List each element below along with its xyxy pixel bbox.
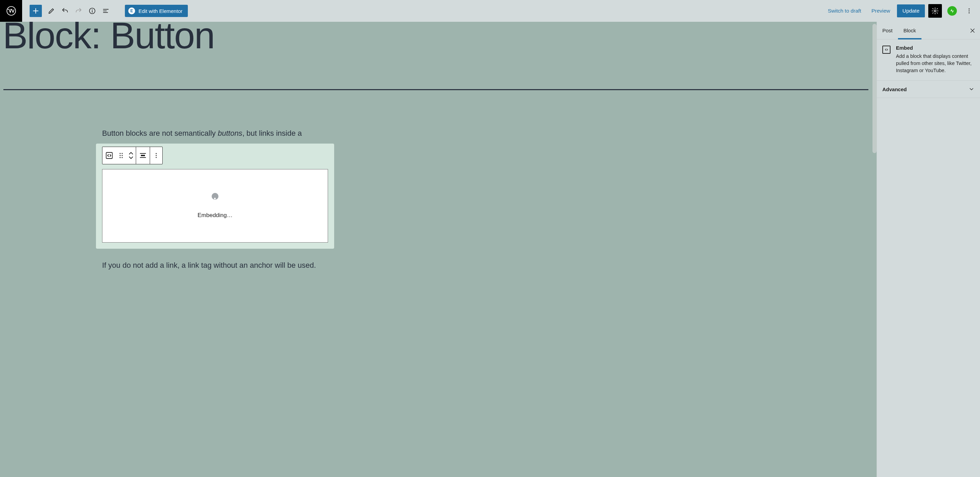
embed-placeholder: Embedding… [102, 169, 328, 243]
align-button[interactable] [136, 147, 150, 164]
edit-mode-button[interactable] [45, 4, 58, 18]
move-up-button[interactable] [128, 151, 134, 156]
advanced-panel-toggle[interactable]: Advanced [877, 81, 980, 98]
tab-block[interactable]: Block [898, 22, 921, 39]
svg-point-6 [969, 12, 970, 13]
chevron-up-icon [128, 151, 134, 156]
drag-handle[interactable] [116, 147, 126, 164]
align-icon [139, 151, 147, 159]
move-down-button[interactable] [128, 156, 134, 159]
undo-button[interactable] [58, 4, 72, 18]
svg-point-5 [969, 11, 970, 11]
svg-point-3 [934, 10, 936, 12]
top-toolbar: E Edit with Elementor Switch to draft Pr… [0, 0, 980, 22]
block-more-button[interactable] [150, 147, 162, 164]
svg-rect-7 [106, 153, 112, 159]
settings-button[interactable] [928, 4, 942, 18]
scrollbar[interactable] [872, 24, 877, 153]
svg-point-8 [119, 153, 121, 154]
svg-rect-14 [141, 155, 145, 156]
undo-icon [61, 7, 69, 14]
details-button[interactable] [86, 4, 99, 18]
paragraph-1[interactable]: Button blocks are not semantically butto… [102, 127, 340, 139]
more-options-button[interactable] [962, 4, 976, 18]
outline-button[interactable] [99, 4, 113, 18]
svg-point-13 [121, 157, 123, 158]
elementor-label: Edit with Elementor [138, 8, 182, 14]
svg-point-17 [156, 157, 157, 158]
elementor-icon: E [128, 8, 135, 14]
embed-icon [105, 151, 113, 159]
info-icon [89, 7, 96, 14]
block-info-panel: Embed Add a block that displays content … [877, 40, 980, 81]
block-name: Embed [896, 45, 975, 51]
svg-point-10 [119, 155, 121, 156]
gear-icon [931, 7, 939, 14]
drag-icon [119, 152, 124, 159]
switch-to-draft-button[interactable]: Switch to draft [824, 5, 865, 17]
tab-post[interactable]: Post [877, 22, 898, 39]
svg-point-2 [92, 9, 92, 10]
wp-logo-button[interactable] [0, 0, 22, 22]
embed-status-text: Embedding… [197, 212, 232, 219]
preview-button[interactable]: Preview [868, 5, 894, 17]
editor-canvas[interactable]: Block: Button Button blocks are not sema… [0, 22, 877, 477]
page-title[interactable]: Block: Button [3, 22, 873, 55]
block-toolbar [102, 147, 163, 164]
list-view-icon [102, 7, 110, 14]
update-button[interactable]: Update [897, 5, 925, 17]
chevron-down-icon [128, 156, 134, 159]
close-icon [969, 27, 975, 34]
kebab-icon [153, 152, 159, 159]
svg-point-12 [119, 157, 121, 158]
pencil-icon [48, 7, 55, 14]
svg-point-0 [7, 6, 16, 15]
kebab-icon [966, 8, 972, 14]
redo-button[interactable] [72, 4, 86, 18]
jetpack-icon [947, 6, 957, 16]
svg-point-16 [156, 155, 157, 156]
svg-point-15 [156, 153, 157, 154]
chevron-down-icon [969, 86, 975, 92]
separator [3, 89, 869, 90]
svg-point-11 [121, 155, 123, 156]
wordpress-icon [6, 6, 16, 16]
edit-with-elementor-button[interactable]: E Edit with Elementor [125, 5, 188, 17]
advanced-label: Advanced [882, 86, 907, 92]
jetpack-button[interactable] [945, 4, 959, 18]
embed-icon [882, 46, 891, 54]
add-block-button[interactable] [30, 5, 42, 17]
embed-block[interactable]: Embedding… [96, 143, 334, 249]
svg-point-4 [969, 8, 970, 10]
settings-sidebar: Post Block Embed Add a block that displa… [877, 22, 980, 477]
block-type-button[interactable] [102, 147, 116, 164]
block-description: Add a block that displays content pulled… [896, 53, 975, 74]
paragraph-2[interactable]: If you do not add a link, a link tag wit… [102, 259, 340, 271]
plus-icon [32, 7, 40, 15]
redo-icon [75, 7, 82, 14]
close-sidebar-button[interactable] [968, 26, 977, 35]
svg-point-9 [121, 153, 123, 154]
spinner-icon [212, 193, 218, 200]
